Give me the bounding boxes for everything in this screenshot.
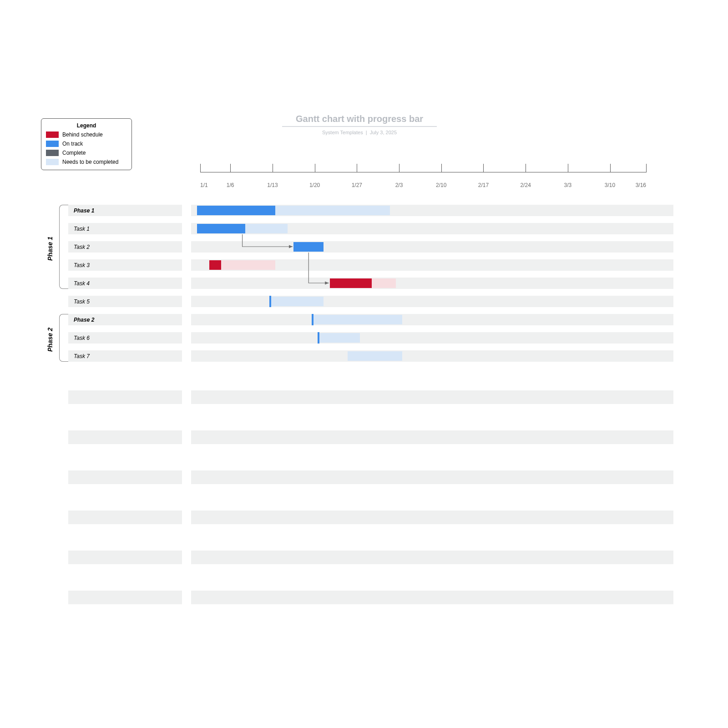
axis-tick-label: 1/13 bbox=[267, 182, 278, 188]
task-label[interactable]: Task 3 bbox=[68, 259, 182, 271]
phase-group-label: Phase 1 bbox=[46, 237, 54, 261]
legend-swatch-complete bbox=[46, 150, 59, 156]
empty-row[interactable] bbox=[68, 430, 673, 449]
axis-tick-label: 3/3 bbox=[564, 182, 571, 188]
legend-label: Needs to be completed bbox=[62, 159, 118, 165]
task-label[interactable]: Task 4 bbox=[68, 278, 182, 289]
task-label[interactable]: Task 1 bbox=[68, 223, 182, 234]
axis-tick bbox=[568, 164, 568, 172]
phase-bracket bbox=[59, 314, 68, 362]
axis-tick-label: 2/10 bbox=[436, 182, 446, 188]
task-bar-tick[interactable] bbox=[269, 296, 271, 307]
empty-label-cell[interactable] bbox=[68, 511, 182, 524]
gantt-row[interactable]: Task 5 bbox=[68, 296, 673, 314]
empty-row[interactable] bbox=[68, 551, 673, 569]
task-bar-remaining[interactable] bbox=[318, 333, 360, 343]
axis-tick bbox=[483, 164, 484, 172]
empty-row[interactable] bbox=[68, 470, 673, 489]
task-label[interactable]: Task 6 bbox=[68, 332, 182, 344]
phase-bracket bbox=[59, 205, 68, 289]
axis-tick bbox=[230, 164, 231, 172]
legend-swatch-ontrack bbox=[46, 141, 59, 147]
empty-row[interactable] bbox=[68, 511, 673, 529]
legend-item: Needs to be completed bbox=[46, 159, 127, 165]
empty-row[interactable] bbox=[68, 591, 673, 609]
legend-swatch-behind bbox=[46, 131, 59, 138]
empty-label-cell[interactable] bbox=[68, 390, 182, 404]
task-bar-cell[interactable] bbox=[191, 259, 673, 271]
task-bar-cell[interactable] bbox=[191, 332, 673, 344]
task-bar-progress[interactable] bbox=[197, 224, 245, 233]
task-bar-cell[interactable] bbox=[191, 350, 673, 362]
task-bar-cell[interactable] bbox=[191, 223, 673, 234]
subtitle-author: System Templates bbox=[322, 130, 363, 135]
task-bar-cell[interactable] bbox=[191, 205, 673, 216]
task-bar-remaining[interactable] bbox=[269, 297, 324, 306]
axis-tick bbox=[646, 164, 647, 172]
gantt-row[interactable]: Task 2 bbox=[68, 241, 673, 259]
task-bar-cell[interactable] bbox=[191, 314, 673, 325]
legend-title: Legend bbox=[46, 122, 127, 129]
legend-label: Complete bbox=[62, 150, 86, 156]
axis-tick-label: 2/3 bbox=[395, 182, 403, 188]
gantt-row[interactable]: Task 6 bbox=[68, 332, 673, 350]
gantt-row[interactable]: Task 1 bbox=[68, 223, 673, 241]
axis-tick-label: 1/6 bbox=[227, 182, 234, 188]
legend-label: Behind schedule bbox=[62, 131, 103, 138]
axis-tick bbox=[526, 164, 526, 172]
empty-bar-cell[interactable] bbox=[191, 430, 673, 444]
subtitle-date: July 3, 2025 bbox=[370, 130, 397, 135]
task-bar-remaining[interactable] bbox=[348, 351, 402, 361]
axis-tick-label: 1/1 bbox=[200, 182, 208, 188]
axis-tick-label: 2/17 bbox=[478, 182, 489, 188]
axis-tick bbox=[357, 164, 357, 172]
chart-title: Gantt chart with progress bar bbox=[282, 114, 437, 127]
empty-bar-cell[interactable] bbox=[191, 390, 673, 404]
empty-bar-cell[interactable] bbox=[191, 470, 673, 484]
subtitle-sep: | bbox=[364, 130, 370, 135]
task-bar-cell[interactable] bbox=[191, 241, 673, 253]
task-label[interactable]: Task 7 bbox=[68, 350, 182, 362]
axis-tick bbox=[273, 164, 273, 172]
empty-bar-cell[interactable] bbox=[191, 591, 673, 604]
gantt-row[interactable]: Phase 1 bbox=[68, 205, 673, 223]
gantt-row[interactable]: Task 7 bbox=[68, 350, 673, 369]
phase-group-label: Phase 2 bbox=[46, 328, 54, 352]
task-bar-cell[interactable] bbox=[191, 296, 673, 307]
gantt-row[interactable]: Task 4 bbox=[68, 278, 673, 296]
axis-tick-label: 3/10 bbox=[605, 182, 615, 188]
task-bar-progress[interactable] bbox=[197, 206, 275, 215]
axis-tick bbox=[610, 164, 611, 172]
task-label[interactable]: Phase 1 bbox=[68, 205, 182, 216]
axis-tick-label: 3/16 bbox=[636, 182, 646, 188]
task-label[interactable]: Task 5 bbox=[68, 296, 182, 307]
empty-label-cell[interactable] bbox=[68, 591, 182, 604]
axis-tick bbox=[399, 164, 399, 172]
chart-title-block: Gantt chart with progress bar System Tem… bbox=[282, 114, 437, 135]
legend-swatch-needs bbox=[46, 159, 59, 165]
axis-tick bbox=[441, 164, 442, 172]
task-label[interactable]: Task 2 bbox=[68, 241, 182, 253]
axis-tick bbox=[315, 164, 315, 172]
legend-item: Behind schedule bbox=[46, 131, 127, 138]
empty-bar-cell[interactable] bbox=[191, 551, 673, 564]
empty-label-cell[interactable] bbox=[68, 430, 182, 444]
gantt-row[interactable]: Task 3 bbox=[68, 259, 673, 278]
task-bar-tick[interactable] bbox=[312, 314, 313, 325]
axis-tick-label: 2/24 bbox=[520, 182, 531, 188]
empty-label-cell[interactable] bbox=[68, 470, 182, 484]
empty-label-cell[interactable] bbox=[68, 551, 182, 564]
empty-bar-cell[interactable] bbox=[191, 511, 673, 524]
gantt-row[interactable]: Phase 2 bbox=[68, 314, 673, 332]
task-bar-progress[interactable] bbox=[293, 242, 324, 252]
task-bar-remaining[interactable] bbox=[312, 315, 402, 324]
task-label[interactable]: Phase 2 bbox=[68, 314, 182, 325]
task-bar-progress[interactable] bbox=[209, 260, 221, 270]
task-bar-cell[interactable] bbox=[191, 278, 673, 289]
legend-box: Legend Behind schedule On track Complete… bbox=[41, 118, 132, 170]
task-bar-tick[interactable] bbox=[318, 332, 319, 344]
legend-label: On track bbox=[62, 141, 83, 147]
empty-row[interactable] bbox=[68, 390, 673, 409]
task-bar-progress[interactable] bbox=[330, 278, 372, 288]
legend-item: On track bbox=[46, 141, 127, 147]
